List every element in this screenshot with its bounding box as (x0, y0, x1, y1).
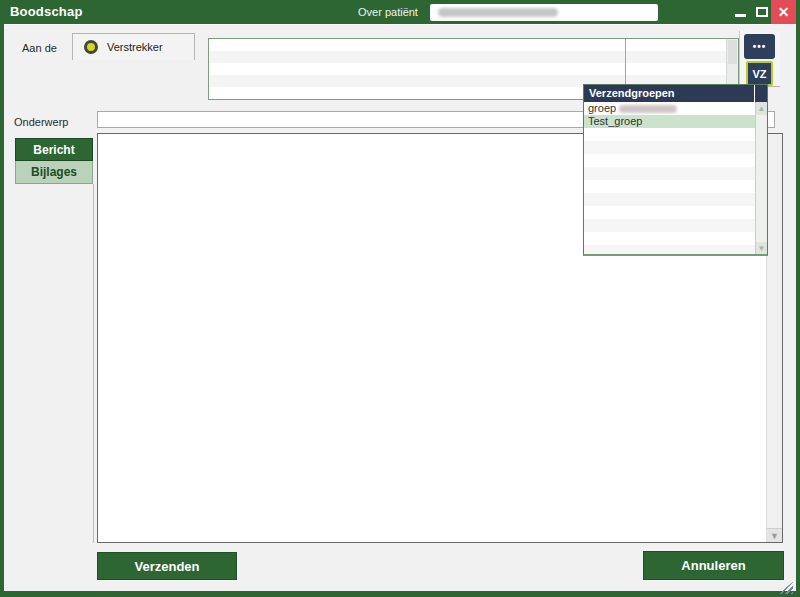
aan-de-label: Aan de (22, 42, 57, 54)
dropdown-item-label: groep (588, 102, 616, 114)
chevron-up-icon: ▲ (758, 104, 766, 113)
dropdown-item-groep[interactable]: groep (584, 102, 767, 115)
vz-button-label: VZ (752, 68, 766, 80)
send-button-label: Verzenden (134, 559, 199, 574)
tab-bericht-label: Bericht (33, 143, 74, 157)
send-button[interactable]: Verzenden (97, 552, 237, 580)
close-icon: ✕ (778, 4, 790, 20)
dropdown-scrollbar[interactable]: ▲ ▼ (755, 102, 767, 254)
verstrekker-tab[interactable]: Verstrekker (72, 33, 195, 60)
cancel-button[interactable]: Annuleren (643, 551, 784, 580)
verstrekker-radio[interactable] (84, 40, 98, 54)
minimize-icon (735, 14, 746, 17)
dropdown-item-test-groep[interactable]: Test_groep (584, 115, 767, 128)
verzendgroepen-header: Verzendgroepen (584, 85, 767, 102)
dropdown-item-label: Test_groep (588, 115, 642, 127)
over-patient-label: Over patiënt (358, 6, 418, 18)
chevron-down-icon: ▼ (758, 244, 766, 253)
title-bar: Boodschap Over patiënt ✕ (0, 0, 800, 24)
verzendgroepen-list[interactable]: groep Test_groep ▲ ▼ (584, 102, 767, 254)
patient-name-field[interactable] (430, 4, 658, 21)
message-dialog: Boodschap Over patiënt ✕ Aan de Verstrek… (0, 0, 800, 597)
recipient-list-scrollbar-thumb[interactable] (728, 40, 737, 64)
window-title: Boodschap (10, 4, 83, 19)
dropdown-scrollbar-down-button[interactable]: ▼ (756, 242, 767, 254)
more-recipients-button[interactable]: ••• (744, 34, 775, 59)
subject-label: Onderwerp (14, 116, 68, 128)
minimize-button[interactable] (731, 0, 750, 24)
cancel-button-label: Annuleren (681, 558, 745, 573)
header-cap (755, 85, 767, 102)
tab-bericht[interactable]: Bericht (15, 138, 93, 161)
patient-name-redacted (438, 8, 558, 17)
maximize-icon (756, 7, 768, 17)
verzendgroepen-title: Verzendgroepen (584, 85, 754, 102)
dropdown-scrollbar-up-button[interactable]: ▲ (756, 102, 767, 115)
tab-column-divider (93, 184, 94, 543)
tab-bijlages[interactable]: Bijlages (15, 161, 93, 184)
verzendgroepen-dropdown: Verzendgroepen groep Test_groep ▲ ▼ (583, 84, 768, 256)
close-button[interactable]: ✕ (771, 0, 796, 24)
message-scrollbar[interactable]: ▼ (766, 134, 782, 542)
vz-button[interactable]: VZ (746, 61, 773, 86)
tab-bijlages-label: Bijlages (31, 165, 77, 179)
message-scrollbar-down-button[interactable]: ▼ (767, 528, 782, 542)
maximize-button[interactable] (752, 0, 771, 24)
ellipsis-icon: ••• (753, 41, 767, 52)
chevron-down-icon: ▼ (770, 531, 779, 541)
dropdown-item-redacted-text (619, 105, 677, 113)
verstrekker-label: Verstrekker (107, 41, 163, 53)
